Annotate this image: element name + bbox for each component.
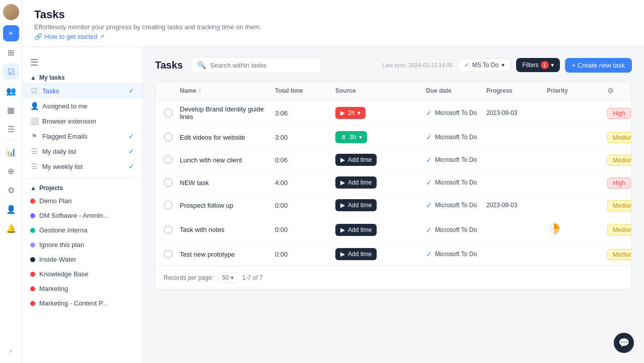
sidebar-item-ignore[interactable]: Ignore this plan — [22, 237, 142, 252]
list-button[interactable]: ☰ — [3, 121, 19, 137]
priority-badge-medium: Medium — [607, 132, 632, 143]
col-name[interactable]: Name ↑ — [180, 87, 275, 94]
user-profile-button[interactable]: 👤 — [3, 201, 19, 217]
sidebar-toggle[interactable]: ☰ — [22, 53, 142, 72]
task-name[interactable]: Test new prototype — [180, 251, 275, 258]
browser-sidebar-icon: ⬜ — [30, 117, 38, 125]
timer-running-button[interactable]: ▶ 2h ▾ — [335, 107, 366, 119]
per-page-select[interactable]: 50 ▾ — [218, 272, 238, 283]
ms-todo-button[interactable]: ✓ MS To Do ▾ — [458, 58, 511, 72]
add-time-button[interactable]: ▶ Add time — [335, 248, 377, 260]
add-time-button[interactable]: ▶ Add time — [335, 176, 377, 189]
task-name[interactable]: Prospect follow up — [180, 202, 275, 209]
sidebar-item-inside[interactable]: Inside-Water — [22, 252, 142, 267]
task-checkbox[interactable] — [164, 155, 173, 164]
add-time-button[interactable]: ▶ Add time — [335, 154, 377, 166]
dashboard-icon: ⊞ — [8, 48, 14, 57]
demo-dot — [30, 199, 35, 204]
sidebar-item-gestione[interactable]: Gestione interna — [22, 223, 142, 237]
tasks-nav-button[interactable]: ☑ — [3, 64, 19, 80]
source-cell: ✓ Microsoft To Do — [426, 178, 486, 187]
total-time: 3:00 — [275, 134, 335, 141]
sidebar-item-assigned[interactable]: 👤 Assigned to me — [22, 98, 142, 113]
chart-button[interactable]: 📊 — [3, 144, 19, 160]
task-checkbox[interactable] — [164, 250, 173, 259]
task-name[interactable]: Edit videos for website — [180, 134, 275, 141]
projects-section[interactable]: ▲ Projects — [22, 183, 142, 194]
task-checkbox[interactable] — [164, 108, 173, 117]
task-name[interactable]: Lunch with new client — [180, 156, 275, 164]
records-label: Records per page: — [164, 274, 213, 281]
page-range: 1-7 of 7 — [242, 274, 263, 281]
total-time: 0:00 — [275, 226, 335, 233]
table-row: NEW task 4:00 ▶ Add time ✓ Microsoft To … — [156, 171, 631, 194]
weekly-sidebar-icon: ☰ — [30, 162, 38, 170]
my-tasks-section[interactable]: ▲ My tasks — [22, 72, 142, 83]
chat-bubble[interactable]: 💬 — [614, 333, 634, 353]
calendar-button[interactable]: ▦ — [3, 102, 19, 118]
task-name[interactable]: NEW task — [180, 179, 275, 187]
col-progress: Progress — [486, 87, 547, 94]
notifications-button[interactable]: 🔔 — [3, 220, 19, 236]
task-checkbox[interactable] — [164, 201, 173, 210]
sidebar-item-browser[interactable]: ⬜ Browser extension — [22, 113, 142, 129]
page-title: Tasks — [34, 8, 632, 21]
progress-pie-chart — [547, 222, 561, 236]
sidebar-item-dm[interactable]: DM Software - Ammin... — [22, 208, 142, 223]
sidebar-item-knowledge[interactable]: Knowledge Base — [22, 267, 142, 281]
gestione-dot — [30, 228, 35, 233]
create-task-button[interactable]: + Create new task — [565, 58, 632, 73]
timer-paused-button[interactable]: ⏸ 3h ▾ — [335, 131, 367, 143]
tasks-check-icon: ✓ — [128, 87, 134, 95]
daily-sidebar-icon: ☰ — [30, 147, 38, 155]
col-total-time: Total time — [275, 87, 335, 94]
sidebar-item-demo[interactable]: Demo Plan — [22, 194, 142, 208]
task-checkbox[interactable] — [164, 225, 173, 234]
add-button[interactable]: + — [3, 25, 19, 41]
add-time-button[interactable]: ▶ Add time — [335, 224, 377, 236]
task-checkbox[interactable] — [164, 178, 173, 187]
filters-button[interactable]: Filters 1 ▾ — [516, 58, 560, 72]
task-name[interactable]: Task with notes — [180, 226, 275, 233]
tasks-sidebar-icon: ☑ — [30, 87, 38, 95]
divider — [5, 140, 17, 141]
search-input[interactable] — [210, 62, 315, 69]
sidebar-item-marketing2[interactable]: Marketing - Content P... — [22, 296, 142, 311]
knowledge-dot — [30, 272, 35, 277]
col-settings[interactable]: ⚙ — [607, 87, 623, 95]
gear-icon[interactable]: ⚙ — [607, 87, 614, 95]
priority-badge-medium: Medium — [607, 200, 632, 211]
source-cell: ✓ Microsoft To Do — [426, 201, 486, 209]
settings-button[interactable]: ⚙ — [3, 182, 19, 198]
sidebar-item-flagged[interactable]: ⚑ Flagged Emails ✓ — [22, 129, 142, 144]
people-button[interactable]: 👥 — [3, 83, 19, 99]
sidebar-item-weekly[interactable]: ☰ My weekly list ✓ — [22, 159, 142, 174]
task-checkbox[interactable] — [164, 133, 173, 142]
sidebar-item-daily[interactable]: ☰ My daily list ✓ — [22, 144, 142, 159]
priority-badge-medium: Medium — [607, 155, 632, 166]
timer-dropdown-icon[interactable]: ▾ — [357, 109, 361, 116]
avatar[interactable] — [3, 4, 19, 20]
source-check-icon: ✓ — [426, 156, 432, 164]
timer-dropdown-icon[interactable]: ▾ — [359, 134, 362, 141]
task-name[interactable]: Develop Brand Identity guide lines — [180, 105, 275, 120]
table-row: Task with notes 0:00 ▶ Add time ✓ Micros… — [156, 217, 631, 243]
play-icon: ▶ — [340, 226, 345, 233]
content-header: Tasks 🔍 Last sync: 2024-02-13 14:05 ✓ MS… — [155, 57, 632, 73]
play-icon: ▶ — [340, 179, 345, 186]
priority-badge-high: High — [607, 108, 631, 119]
sidebar-item-marketing[interactable]: Marketing — [22, 281, 142, 296]
total-time: 3:06 — [275, 109, 335, 117]
table-row: Edit videos for website 3:00 ⏸ 3h ▾ ✓ Mi… — [156, 126, 631, 149]
per-page-chevron: ▾ — [231, 274, 234, 281]
expand-sidebar-button[interactable]: › — [3, 343, 19, 359]
dashboard-button[interactable]: ⊞ — [3, 44, 19, 60]
how-to-link[interactable]: 🔗 How to get started ↗ — [34, 33, 104, 40]
source-cell: ✓ Microsoft To Do — [426, 250, 486, 258]
total-time: 4:00 — [275, 179, 335, 187]
filter-badge: 1 — [541, 61, 549, 69]
add-time-button[interactable]: ▶ Add time — [335, 199, 377, 211]
people-icon: 👥 — [6, 86, 16, 96]
layers-button[interactable]: ⊕ — [3, 163, 19, 179]
sidebar-item-tasks[interactable]: ☑ Tasks ✓ — [22, 83, 142, 98]
